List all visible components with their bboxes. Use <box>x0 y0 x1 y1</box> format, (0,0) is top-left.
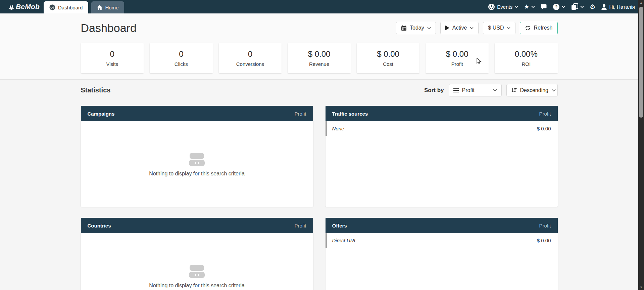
feedback-button[interactable] <box>541 4 547 10</box>
bemob-logo[interactable]: BeMob <box>8 3 44 11</box>
top-nav: Events ★ ? <box>488 3 638 10</box>
tab-dashboard[interactable]: Dashboard <box>44 1 88 13</box>
card-value: 0 <box>110 49 114 59</box>
top-bar: BeMob Dashboard Home Events <box>0 0 638 13</box>
table-row[interactable]: Direct URL $ 0.00 <box>326 233 558 248</box>
currency-button[interactable]: $ USD <box>483 22 515 34</box>
panel-countries: Countries Profit Nothing to display for … <box>81 218 313 290</box>
statistics-section: Statistics Sort by Profit Des <box>0 80 638 290</box>
card-cost: $ 0.00 Cost <box>357 43 420 73</box>
empty-data-icon <box>189 153 205 166</box>
sort-field-dropdown[interactable]: Profit <box>449 84 502 96</box>
refresh-button[interactable]: Refresh <box>520 22 557 34</box>
sort-direction-dropdown[interactable]: Descending <box>506 84 558 96</box>
panel-title: Countries <box>88 223 111 229</box>
vertical-scrollbar[interactable]: ▲ ▼ <box>638 0 644 290</box>
card-value: $ 0.00 <box>377 49 399 59</box>
tab-home[interactable]: Home <box>91 1 124 13</box>
empty-state-text: Nothing to display for this search crite… <box>81 171 313 177</box>
chevron-down-icon <box>531 6 535 8</box>
date-range-button[interactable]: Today <box>396 22 436 34</box>
home-icon <box>97 5 102 10</box>
empty-state: Nothing to display for this search crite… <box>81 153 313 177</box>
chevron-down-icon <box>427 27 431 29</box>
card-revenue: $ 0.00 Revenue <box>288 43 351 73</box>
sort-descending-icon <box>511 88 517 93</box>
user-icon <box>601 4 607 10</box>
calendar-icon <box>401 25 407 31</box>
card-label: ROI <box>522 61 531 67</box>
panel-offers: Offers Profit Direct URL $ 0.00 <box>326 218 558 290</box>
summary-cards: 0 Visits 0 Clicks 0 Conversions $ 0.00 R… <box>81 43 558 73</box>
row-value: $ 0.00 <box>537 238 551 243</box>
chevron-down-icon <box>493 89 497 92</box>
play-icon <box>445 26 449 30</box>
dashboard-header-section: Dashboard Today Active <box>0 13 638 80</box>
panel-campaigns: Campaigns Profit Nothing to display for … <box>81 106 313 207</box>
panel-traffic-sources: Traffic sources Profit None $ 0.00 <box>326 106 558 207</box>
panel-title: Campaigns <box>88 111 115 117</box>
card-label: Conversions <box>236 61 264 67</box>
card-label: Profit <box>451 61 463 67</box>
favorites-menu[interactable]: ★ <box>524 4 535 10</box>
status-filter-label: Active <box>452 25 467 31</box>
statistics-panels: Campaigns Profit Nothing to display for … <box>81 106 558 290</box>
panel-metric-header[interactable]: Profit <box>539 111 551 117</box>
events-label: Events <box>497 4 512 10</box>
card-value: $ 0.00 <box>308 49 331 59</box>
events-menu[interactable]: Events <box>488 3 518 10</box>
settings-button[interactable]: ⚙ <box>590 4 595 10</box>
user-menu[interactable]: Hi, Наталія <box>601 4 635 10</box>
table-row[interactable]: None $ 0.00 <box>326 121 558 136</box>
sort-field-value: Profit <box>462 87 475 93</box>
scrollbar-thumb[interactable] <box>639 7 643 118</box>
row-label: None <box>332 126 344 131</box>
chevron-down-icon <box>514 6 518 8</box>
help-menu[interactable]: ? <box>553 3 565 10</box>
sort-direction-value: Descending <box>520 87 549 93</box>
card-value: $ 0.00 <box>446 49 468 59</box>
card-label: Clicks <box>175 61 188 67</box>
list-icon <box>453 88 459 92</box>
bemob-leaf-icon <box>8 4 15 10</box>
app-page: BeMob Dashboard Home Events <box>0 0 638 290</box>
events-gauge-icon <box>488 3 495 10</box>
card-label: Cost <box>383 61 393 67</box>
sort-by-label: Sort by <box>424 87 444 94</box>
row-value: $ 0.00 <box>537 126 551 131</box>
card-conversions: 0 Conversions <box>219 43 282 73</box>
scrollbar-up-arrow[interactable]: ▲ <box>638 0 644 5</box>
gear-icon: ⚙ <box>590 4 595 10</box>
card-clicks: 0 Clicks <box>150 43 213 73</box>
card-label: Revenue <box>309 61 329 67</box>
news-menu[interactable] <box>571 3 584 10</box>
status-filter-button[interactable]: Active <box>440 22 479 34</box>
panel-metric-header[interactable]: Profit <box>294 223 306 229</box>
user-greeting: Hi, Наталія <box>609 4 635 10</box>
chevron-down-icon <box>552 89 556 92</box>
scrollbar-down-arrow[interactable]: ▼ <box>638 285 644 290</box>
panel-metric-header[interactable]: Profit <box>539 223 551 229</box>
tab-dashboard-label: Dashboard <box>58 5 83 10</box>
chevron-down-icon <box>507 27 510 29</box>
row-label: Direct URL <box>332 238 357 243</box>
bemob-logo-text: BeMob <box>16 3 40 11</box>
star-icon: ★ <box>524 4 529 10</box>
statistics-heading: Statistics <box>81 86 111 94</box>
empty-data-icon <box>189 265 205 278</box>
card-roi: 0.00% ROI <box>495 43 558 73</box>
svg-text:?: ? <box>555 5 558 9</box>
card-value: 0 <box>248 49 252 59</box>
tab-strip: Dashboard Home <box>44 1 124 13</box>
date-range-label: Today <box>410 25 424 31</box>
speedometer-icon <box>49 4 55 10</box>
panel-title: Traffic sources <box>332 111 368 117</box>
card-value: 0.00% <box>515 49 538 59</box>
empty-state-text: Nothing to display for this search crite… <box>81 283 313 289</box>
chevron-down-icon <box>562 6 565 8</box>
card-label: Visits <box>106 61 118 67</box>
tab-home-label: Home <box>105 5 118 10</box>
panel-metric-header[interactable]: Profit <box>294 111 306 117</box>
panel-title: Offers <box>332 223 347 229</box>
chat-bubble-icon <box>541 4 547 10</box>
